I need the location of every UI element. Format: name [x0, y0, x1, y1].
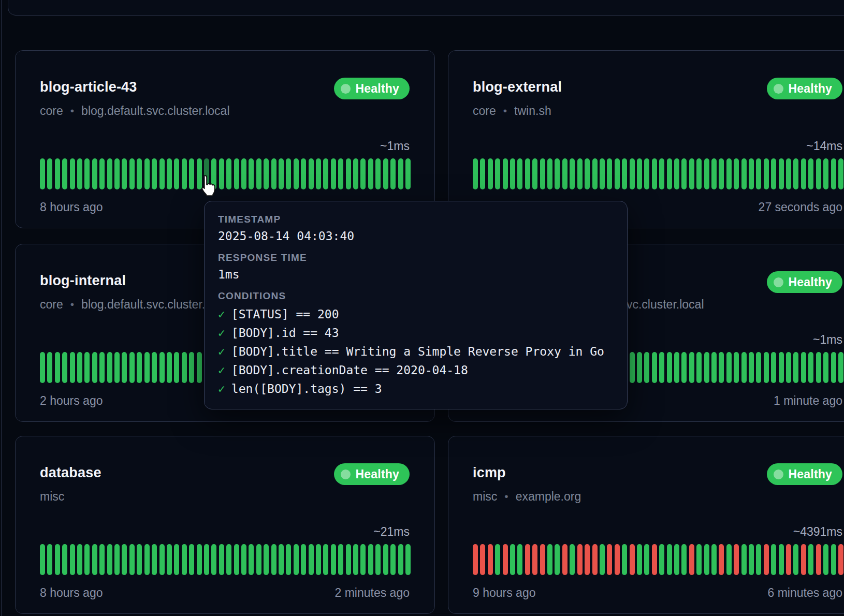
uptime-bar[interactable]	[719, 158, 724, 189]
uptime-bar[interactable]	[831, 544, 836, 575]
uptime-bar[interactable]	[577, 158, 583, 189]
uptime-bar[interactable]	[600, 158, 605, 189]
uptime-bar[interactable]	[353, 544, 358, 575]
uptime-bar[interactable]	[540, 158, 545, 189]
uptime-bar[interactable]	[398, 158, 403, 189]
uptime-bar[interactable]	[741, 158, 747, 189]
uptime-bar[interactable]	[264, 544, 269, 575]
uptime-bar[interactable]	[562, 158, 567, 189]
uptime-bar[interactable]	[55, 158, 60, 189]
uptime-bar[interactable]	[510, 544, 515, 575]
uptime-bar[interactable]	[182, 352, 187, 383]
uptime-bar[interactable]	[129, 352, 135, 383]
uptime-bar[interactable]	[279, 158, 284, 189]
uptime-bar[interactable]	[540, 544, 545, 575]
uptime-bar[interactable]	[793, 158, 798, 189]
uptime-bar[interactable]	[823, 352, 828, 383]
uptime-bar[interactable]	[696, 158, 702, 189]
uptime-bar[interactable]	[473, 158, 478, 189]
uptime-bar[interactable]	[279, 544, 284, 575]
uptime-bar[interactable]	[62, 544, 67, 575]
uptime-bar[interactable]	[711, 352, 717, 383]
uptime-bar[interactable]	[771, 352, 776, 383]
uptime-bar[interactable]	[137, 158, 142, 189]
uptime-bar[interactable]	[808, 544, 813, 575]
uptime-bar[interactable]	[375, 544, 381, 575]
uptime-bar[interactable]	[197, 352, 202, 383]
uptime-bar[interactable]	[390, 544, 396, 575]
uptime-bar[interactable]	[838, 158, 843, 189]
uptime-bar[interactable]	[99, 352, 105, 383]
uptime-bar[interactable]	[40, 158, 45, 189]
uptime-bar[interactable]	[525, 158, 530, 189]
uptime-bar[interactable]	[510, 158, 515, 189]
uptime-bar[interactable]	[84, 544, 90, 575]
uptime-bar[interactable]	[375, 158, 381, 189]
uptime-bar[interactable]	[719, 352, 724, 383]
uptime-bar[interactable]	[360, 544, 366, 575]
uptime-bar[interactable]	[630, 352, 635, 383]
uptime-bar[interactable]	[741, 544, 747, 575]
uptime-bar[interactable]	[159, 352, 165, 383]
uptime-bar[interactable]	[398, 544, 403, 575]
uptime-bar[interactable]	[256, 544, 261, 575]
uptime-bar[interactable]	[405, 158, 411, 189]
uptime-bar[interactable]	[786, 544, 791, 575]
uptime-bar[interactable]	[607, 158, 612, 189]
uptime-bar[interactable]	[704, 544, 709, 575]
uptime-bar[interactable]	[77, 544, 82, 575]
uptime-bar[interactable]	[152, 352, 157, 383]
uptime-bar[interactable]	[726, 544, 732, 575]
uptime-bar[interactable]	[62, 158, 67, 189]
uptime-bar[interactable]	[771, 544, 776, 575]
uptime-bar[interactable]	[630, 544, 635, 575]
uptime-bar[interactable]	[129, 158, 135, 189]
uptime-bar[interactable]	[831, 352, 836, 383]
uptime-bar[interactable]	[764, 158, 769, 189]
uptime-bar[interactable]	[659, 544, 664, 575]
uptime-bar[interactable]	[70, 544, 75, 575]
uptime-bar[interactable]	[689, 158, 694, 189]
uptime-bar[interactable]	[107, 158, 112, 189]
uptime-bar[interactable]	[480, 544, 485, 575]
uptime-bar[interactable]	[114, 158, 120, 189]
uptime-bar[interactable]	[838, 544, 843, 575]
uptime-bar[interactable]	[84, 158, 90, 189]
uptime-bar[interactable]	[681, 352, 687, 383]
uptime-bar[interactable]	[226, 544, 231, 575]
uptime-bar[interactable]	[167, 158, 172, 189]
uptime-bar[interactable]	[473, 544, 478, 575]
uptime-bar[interactable]	[159, 158, 165, 189]
uptime-bar[interactable]	[734, 158, 739, 189]
uptime-bar[interactable]	[122, 544, 127, 575]
uptime-bar[interactable]	[331, 544, 336, 575]
uptime-bar[interactable]	[189, 544, 194, 575]
uptime-bar[interactable]	[84, 352, 90, 383]
uptime-bar[interactable]	[659, 158, 664, 189]
uptime-bar[interactable]	[749, 158, 754, 189]
uptime-bar[interactable]	[615, 544, 620, 575]
uptime-bar[interactable]	[249, 544, 254, 575]
uptime-bar[interactable]	[346, 158, 351, 189]
uptime-bar[interactable]	[152, 544, 157, 575]
uptime-bar[interactable]	[704, 158, 709, 189]
uptime-bar[interactable]	[122, 352, 127, 383]
uptime-bar[interactable]	[77, 352, 82, 383]
uptime-bar[interactable]	[174, 352, 179, 383]
uptime-bar[interactable]	[547, 158, 552, 189]
uptime-bar[interactable]	[316, 544, 321, 575]
uptime-bar[interactable]	[204, 544, 209, 575]
uptime-bar[interactable]	[689, 544, 694, 575]
uptime-bar[interactable]	[786, 158, 791, 189]
endpoint-card-icmp[interactable]: icmpmisc•example.orgHealthy~4391ms9 hour…	[448, 436, 844, 614]
uptime-bar[interactable]	[204, 158, 209, 189]
uptime-bar[interactable]	[197, 544, 202, 575]
uptime-bar[interactable]	[264, 158, 269, 189]
uptime-bar[interactable]	[92, 544, 97, 575]
uptime-bar[interactable]	[480, 158, 485, 189]
uptime-bar[interactable]	[525, 544, 530, 575]
uptime-bar[interactable]	[40, 544, 45, 575]
uptime-bar[interactable]	[189, 352, 194, 383]
uptime-bar[interactable]	[107, 352, 112, 383]
uptime-bar[interactable]	[562, 544, 567, 575]
